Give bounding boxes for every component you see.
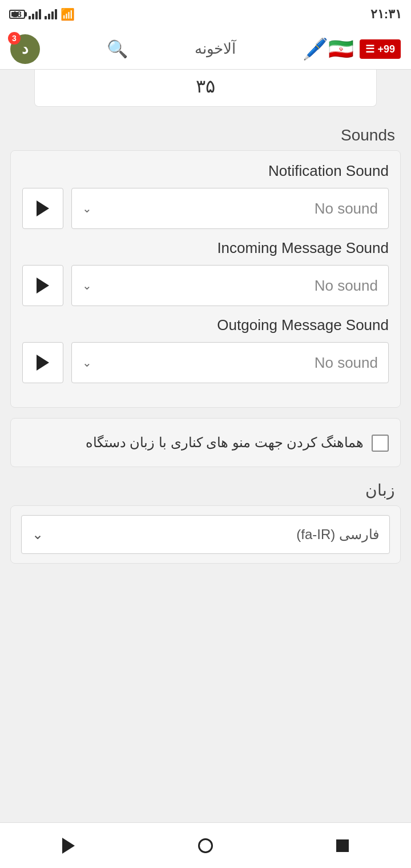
wifi-icon: 📶 (61, 7, 75, 21)
signal-bars-1 (29, 9, 41, 19)
signal-bars-2 (45, 9, 57, 19)
play-triangle-icon (37, 200, 49, 216)
chevron-down-icon: ⌄ (82, 356, 92, 369)
top-partial-card: ۳۵ (34, 70, 377, 107)
chevron-down-icon: ⌄ (82, 202, 92, 215)
top-number: ۳۵ (196, 76, 215, 97)
avatar-letter: د (22, 40, 29, 58)
nav-play-button[interactable] (46, 829, 91, 863)
status-left: 18 📶 (9, 7, 75, 21)
chevron-down-icon: ⌄ (82, 279, 92, 292)
menu-badge: +99 (377, 43, 395, 55)
incoming-sound-dropdown[interactable]: ⌄ No sound (71, 265, 389, 306)
menu-icon: ☰ (365, 43, 374, 55)
outgoing-sound-dropdown[interactable]: ⌄ No sound (71, 342, 389, 383)
notification-sound-dropdown[interactable]: ⌄ No sound (71, 188, 389, 229)
language-dropdown[interactable]: فارسی (fa-IR) ⌄ (21, 515, 390, 554)
bottom-nav (0, 822, 411, 868)
incoming-sound-title: Incoming Message Sound (22, 239, 389, 257)
avatar-badge: 3 (8, 32, 21, 45)
search-icon[interactable]: 🔍 (107, 39, 128, 59)
language-value: فارسی (fa-IR) (296, 527, 379, 542)
avatar[interactable]: د 3 (10, 34, 40, 64)
play-triangle-icon (37, 355, 49, 371)
nav-home-button[interactable] (183, 829, 228, 863)
outgoing-sound-block: Outgoing Message Sound ⌄ No sound (22, 316, 389, 383)
sync-menu-checkbox[interactable] (372, 435, 389, 452)
sounds-card: Notification Sound ⌄ No sound Incoming M… (10, 150, 401, 408)
app-bar: د 3 🔍 آلاخونه 🖊️🇮🇷 ☰ +99 (0, 29, 411, 70)
app-title: آلاخونه (195, 40, 236, 58)
status-bar: 18 📶 ۲۱:۳۱ (0, 0, 411, 29)
battery-icon: 18 (9, 10, 25, 19)
chevron-down-icon: ⌄ (32, 527, 43, 542)
incoming-sound-row: ⌄ No sound (22, 265, 389, 306)
nav-stop-button[interactable] (320, 829, 365, 863)
checkbox-card: هماهنگ کردن جهت منو های کناری با زبان دس… (10, 418, 401, 467)
sync-menu-label: هماهنگ کردن جهت منو های کناری با زبان دس… (86, 432, 364, 453)
notification-sound-row: ⌄ No sound (22, 188, 389, 229)
page-content: ۳۵ Sounds Notification Sound ⌄ No sound … (0, 70, 411, 609)
notification-sound-block: Notification Sound ⌄ No sound (22, 162, 389, 229)
language-section-label: زبان (0, 467, 411, 505)
language-card: فارسی (fa-IR) ⌄ (10, 505, 401, 564)
incoming-sound-value: No sound (315, 277, 378, 295)
notification-play-button[interactable] (22, 188, 63, 229)
play-triangle-icon (37, 278, 49, 294)
incoming-sound-block: Incoming Message Sound ⌄ No sound (22, 239, 389, 306)
status-time: ۲۱:۳۱ (370, 7, 402, 22)
sounds-section-label: Sounds (0, 112, 411, 150)
menu-button[interactable]: ☰ +99 (360, 39, 401, 59)
stop-icon (336, 839, 349, 852)
outgoing-play-button[interactable] (22, 342, 63, 383)
play-nav-icon (62, 838, 75, 854)
notification-sound-title: Notification Sound (22, 162, 389, 180)
notification-sound-value: No sound (315, 200, 378, 218)
battery-number: 18 (13, 10, 22, 19)
outgoing-sound-title: Outgoing Message Sound (22, 316, 389, 334)
incoming-play-button[interactable] (22, 265, 63, 306)
home-icon (198, 838, 213, 853)
outgoing-sound-value: No sound (315, 354, 378, 372)
outgoing-sound-row: ⌄ No sound (22, 342, 389, 383)
app-logo: 🖊️🇮🇷 (303, 37, 354, 61)
